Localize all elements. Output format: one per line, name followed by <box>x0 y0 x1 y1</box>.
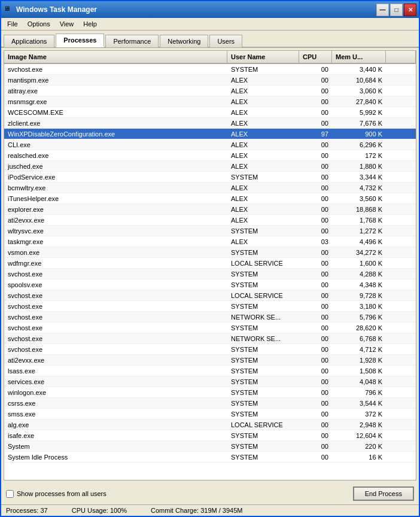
table-row[interactable]: atitray.exeALEX003,060 K <box>4 86 416 96</box>
table-row[interactable]: vsmon.exeSYSTEM0034,272 K <box>4 247 416 258</box>
minimize-button[interactable]: — <box>376 4 389 16</box>
col-header-extra <box>386 51 416 63</box>
menu-item-help[interactable]: Help <box>80 19 101 29</box>
cell-image-name: realsched.exe <box>4 150 227 160</box>
cell-image-name: alg.exe <box>4 419 227 430</box>
cell-mem: 1,768 K <box>332 215 386 225</box>
cell-cpu: 00 <box>299 247 332 257</box>
cell-cpu: 00 <box>299 172 332 182</box>
table-row[interactable]: services.exeSYSTEM004,048 K <box>4 376 416 387</box>
table-row[interactable]: wltrysvc.exeSYSTEM001,272 K <box>4 226 416 236</box>
table-row[interactable]: svchost.exeSYSTEM004,288 K <box>4 269 416 279</box>
table-row[interactable]: iPodService.exeSYSTEM003,344 K <box>4 172 416 183</box>
table-row[interactable]: winlogon.exeSYSTEM00796 K <box>4 387 416 398</box>
cell-extra <box>386 204 416 214</box>
table-row[interactable]: svchost.exeSYSTEM004,712 K <box>4 344 416 355</box>
cell-cpu: 00 <box>299 161 332 171</box>
col-header-image-name[interactable]: Image Name <box>4 51 227 63</box>
table-row[interactable]: csrss.exeSYSTEM003,544 K <box>4 398 416 409</box>
table-row[interactable]: spoolsv.exeSYSTEM004,348 K <box>4 279 416 290</box>
tab-processes[interactable]: Processes <box>56 34 104 47</box>
cell-extra <box>386 75 416 85</box>
cell-image-name: msnmsgr.exe <box>4 96 227 107</box>
cell-mem: 220 K <box>332 441 386 451</box>
cell-user-name: SYSTEM <box>227 366 299 376</box>
table-row[interactable]: isafe.exeSYSTEM0012,604 K <box>4 430 416 441</box>
table-row[interactable]: iTunesHelper.exeALEX003,560 K <box>4 193 416 204</box>
cell-cpu: 00 <box>299 398 332 408</box>
cell-cpu: 00 <box>299 387 332 397</box>
menu-item-view[interactable]: View <box>56 19 78 29</box>
menu-item-file[interactable]: File <box>4 19 22 29</box>
tab-applications[interactable]: Applications <box>4 35 54 47</box>
table-row[interactable]: svchost.exeLOCAL SERVICE009,728 K <box>4 290 416 301</box>
show-all-users-checkbox[interactable] <box>6 490 14 498</box>
cell-extra <box>386 172 416 182</box>
cell-user-name: ALEX <box>227 161 299 171</box>
tab-performance[interactable]: Performance <box>105 35 159 47</box>
table-row[interactable]: WCESCOMM.EXEALEX005,992 K <box>4 107 416 118</box>
table-row[interactable]: explorer.exeALEX0018,868 K <box>4 204 416 215</box>
cell-cpu: 03 <box>299 236 332 247</box>
table-row[interactable]: ati2evxx.exeSYSTEM001,928 K <box>4 355 416 366</box>
table-row[interactable]: bcmwltry.exeALEX004,732 K <box>4 183 416 193</box>
table-row[interactable]: zlclient.exeALEX007,676 K <box>4 118 416 129</box>
table-row[interactable]: svchost.exeSYSTEM0028,620 K <box>4 323 416 333</box>
table-row[interactable]: lsass.exeSYSTEM001,508 K <box>4 366 416 376</box>
cell-mem: 1,880 K <box>332 161 386 171</box>
cell-image-name: smss.exe <box>4 409 227 419</box>
tab-users[interactable]: Users <box>209 35 242 47</box>
table-row[interactable]: CLI.exeALEX006,296 K <box>4 139 416 150</box>
table-row[interactable]: System Idle ProcessSYSTEM0016 K <box>4 452 416 463</box>
close-button[interactable]: ✕ <box>404 4 416 16</box>
tab-networking[interactable]: Networking <box>160 35 208 47</box>
cell-mem: 4,288 K <box>332 269 386 279</box>
table-row[interactable]: SystemSYSTEM00220 K <box>4 441 416 452</box>
table-row[interactable]: svchost.exeSYSTEM003,440 K <box>4 64 416 75</box>
cell-image-name: winlogon.exe <box>4 387 227 397</box>
col-header-user-name[interactable]: User Name <box>227 51 299 63</box>
cell-cpu: 00 <box>299 333 332 343</box>
cell-image-name: bcmwltry.exe <box>4 183 227 193</box>
cell-cpu: 00 <box>299 312 332 322</box>
table-row[interactable]: jusched.exeALEX001,880 K <box>4 161 416 172</box>
maximize-button[interactable]: □ <box>390 4 403 16</box>
cell-user-name: SYSTEM <box>227 269 299 279</box>
cell-user-name: SYSTEM <box>227 279 299 290</box>
show-all-users-label[interactable]: Show processes from all users <box>6 490 106 498</box>
cell-user-name: ALEX <box>227 75 299 85</box>
table-row[interactable]: svchost.exeNETWORK SE...006,768 K <box>4 333 416 344</box>
cell-image-name: ati2evxx.exe <box>4 215 227 225</box>
cell-extra <box>386 215 416 225</box>
table-row[interactable]: alg.exeLOCAL SERVICE002,948 K <box>4 419 416 430</box>
table-row[interactable]: smss.exeSYSTEM00372 K <box>4 409 416 419</box>
cell-user-name: SYSTEM <box>227 226 299 236</box>
cell-mem: 12,604 K <box>332 430 386 440</box>
table-row[interactable]: msnmsgr.exeALEX0027,840 K <box>4 96 416 107</box>
cell-mem: 3,560 K <box>332 193 386 203</box>
cell-extra <box>386 258 416 268</box>
menu-item-options[interactable]: Options <box>24 19 54 29</box>
cell-user-name: ALEX <box>227 129 299 139</box>
tabs-bar: ApplicationsProcessesPerformanceNetworki… <box>1 31 419 48</box>
col-header-mem[interactable]: Mem U... <box>332 51 386 63</box>
cell-user-name: ALEX <box>227 139 299 150</box>
show-all-users-text: Show processes from all users <box>17 490 106 497</box>
table-row[interactable]: svchost.exeNETWORK SE...005,796 K <box>4 312 416 323</box>
table-row[interactable]: realsched.exeALEX00172 K <box>4 150 416 161</box>
table-row[interactable]: ati2evxx.exeALEX001,768 K <box>4 215 416 226</box>
cell-cpu: 00 <box>299 430 332 440</box>
cell-extra <box>386 344 416 354</box>
table-row[interactable]: wdfmgr.exeLOCAL SERVICE001,600 K <box>4 258 416 269</box>
cell-user-name: SYSTEM <box>227 452 299 462</box>
table-row[interactable]: svchost.exeSYSTEM003,180 K <box>4 301 416 312</box>
cell-mem: 372 K <box>332 409 386 419</box>
table-row[interactable]: mantispm.exeALEX0010,684 K <box>4 75 416 86</box>
cell-extra <box>386 129 416 139</box>
table-row[interactable]: taskmgr.exeALEX034,496 K <box>4 236 416 247</box>
table-row[interactable]: WinXPDisableZeroConfiguration.exeALEX979… <box>4 129 416 139</box>
cell-cpu: 00 <box>299 86 332 96</box>
status-cpu-usage: CPU Usage: 100% <box>72 507 127 514</box>
col-header-cpu[interactable]: CPU <box>299 51 332 63</box>
end-process-button[interactable]: End Process <box>353 486 414 501</box>
